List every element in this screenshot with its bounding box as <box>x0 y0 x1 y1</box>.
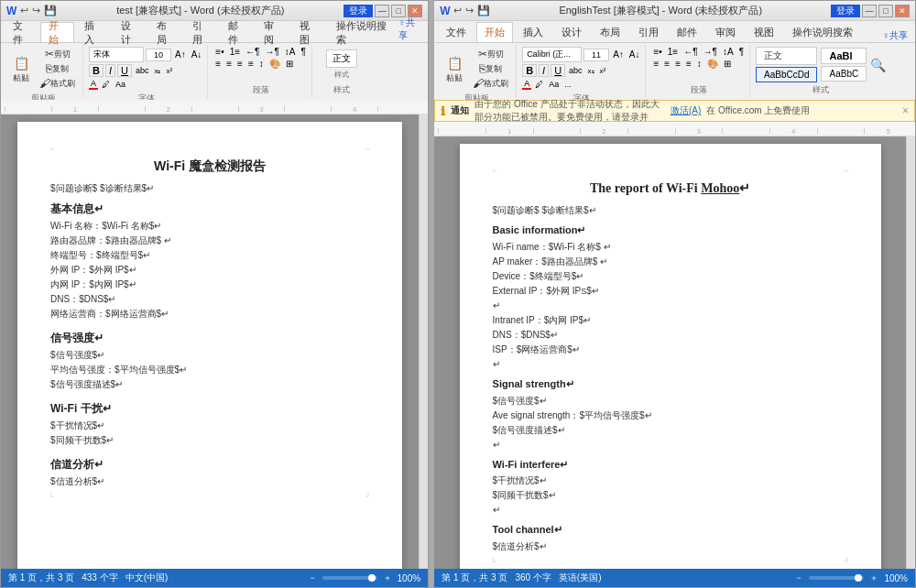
left-zoom-minus[interactable]: － <box>308 572 317 584</box>
left-sort-btn[interactable]: ↕A <box>283 47 298 57</box>
notification-close-btn[interactable]: × <box>902 104 909 117</box>
right-paste-btn[interactable]: 粘贴 <box>442 47 467 91</box>
right-tab-search[interactable]: 操作说明搜索 <box>784 22 861 42</box>
left-zoom-plus[interactable]: ＋ <box>383 572 392 584</box>
left-indent-inc-btn[interactable]: →¶ <box>263 47 280 57</box>
left-numbering-btn[interactable]: 1≡ <box>228 47 242 57</box>
left-justify-btn[interactable]: ≡ <box>246 59 256 69</box>
right-align-left-btn[interactable]: ≡ <box>651 59 660 69</box>
right-doc-page[interactable]: ⌐ ¬ The report of Wi-Fi Mohoo↵ $问题诊断$ $诊… <box>460 144 881 569</box>
right-tab-home[interactable]: 开始 <box>476 22 513 42</box>
left-normal-style[interactable]: 正文 <box>326 49 357 68</box>
left-tab-design[interactable]: 设计 <box>113 22 147 42</box>
right-extra-btn[interactable]: ... <box>562 80 573 89</box>
right-align-right-btn[interactable]: ≡ <box>673 59 682 69</box>
right-border-btn[interactable]: ⊞ <box>722 59 733 69</box>
left-subscript-btn[interactable]: x₂ <box>152 67 162 75</box>
left-cut-btn[interactable]: 剪切 <box>36 48 79 60</box>
left-format-btn[interactable]: 格式刷 <box>36 77 79 90</box>
left-align-left-btn[interactable]: ≡ <box>213 59 223 69</box>
right-tab-mail[interactable]: 邮件 <box>669 22 705 42</box>
left-strikethrough-btn[interactable]: abc <box>134 66 151 75</box>
right-redo-icon[interactable]: ↪ <box>465 5 474 16</box>
right-textcolor-btn[interactable]: A <box>522 79 531 90</box>
right-login-btn[interactable]: 登录 <box>831 5 860 17</box>
left-highlight-btn[interactable]: 🖊 <box>100 80 112 89</box>
right-tab-layout[interactable]: 布局 <box>592 22 628 42</box>
right-style-search-btn[interactable]: 🔍 <box>870 58 886 72</box>
right-tab-ref[interactable]: 引用 <box>630 22 667 42</box>
right-justify-btn[interactable]: ≡ <box>684 59 693 69</box>
right-heading1-style[interactable]: AaBbCcDd <box>756 67 817 82</box>
left-align-right-btn[interactable]: ≡ <box>235 59 245 69</box>
left-bold-btn[interactable]: B <box>89 64 104 77</box>
left-clear-format-btn[interactable]: Aa <box>114 80 127 89</box>
left-tab-review[interactable]: 审阅 <box>256 22 289 42</box>
left-superscript-btn[interactable]: x² <box>164 67 174 75</box>
right-normal-style[interactable]: 正文 <box>756 47 817 65</box>
right-tab-insert[interactable]: 插入 <box>515 22 551 42</box>
left-indent-dec-btn[interactable]: ←¶ <box>244 47 261 57</box>
right-linespace-btn[interactable]: ↕ <box>695 59 703 69</box>
right-subscript-btn[interactable]: x₂ <box>586 67 596 75</box>
undo-nav-icon[interactable]: ↩ <box>20 5 28 16</box>
left-minimize-btn[interactable]: — <box>375 5 389 17</box>
right-superscript-btn[interactable]: x² <box>598 67 608 75</box>
right-title-style[interactable]: AaBl <box>821 48 867 64</box>
right-font-selector[interactable]: Calibri (正... <box>522 47 582 62</box>
right-sort-btn[interactable]: ↕A <box>721 47 736 57</box>
right-undo-icon[interactable]: ↩ <box>453 5 462 16</box>
left-tab-layout[interactable]: 布局 <box>148 22 182 42</box>
left-scrollbar[interactable] <box>419 114 428 569</box>
left-tab-ref[interactable]: 引用 <box>184 22 218 42</box>
left-grow-font-btn[interactable]: A↑ <box>173 49 188 60</box>
left-tab-home[interactable]: 开始 <box>40 22 74 42</box>
right-tab-review[interactable]: 审阅 <box>707 22 744 42</box>
right-tab-design[interactable]: 设计 <box>553 22 590 42</box>
left-shrink-font-btn[interactable]: A↓ <box>190 49 204 60</box>
left-border-btn[interactable]: ⊞ <box>284 59 295 69</box>
right-bold-btn[interactable]: B <box>522 64 537 77</box>
right-numbering-btn[interactable]: 1≡ <box>666 47 680 57</box>
right-shading-btn[interactable]: 🎨 <box>705 59 720 69</box>
left-tab-file[interactable]: 文件 <box>5 22 38 42</box>
right-minimize-btn[interactable]: — <box>862 5 877 17</box>
left-login-btn[interactable]: 登录 <box>344 5 373 17</box>
right-close-btn[interactable]: ✕ <box>895 5 910 17</box>
right-clear-format-btn[interactable]: Aa <box>547 80 561 89</box>
left-italic-btn[interactable]: I <box>105 64 115 77</box>
left-maximize-btn[interactable]: □ <box>391 5 406 17</box>
right-heading2-style[interactable]: AaBbC <box>821 66 867 82</box>
right-grow-font-btn[interactable]: A↑ <box>611 49 626 60</box>
right-bullets-btn[interactable]: ≡• <box>651 47 663 57</box>
right-showmarks-btn[interactable]: ¶ <box>737 47 746 57</box>
left-close-btn[interactable]: ✕ <box>408 5 422 17</box>
left-zoom-slider[interactable] <box>322 576 377 580</box>
left-underline-btn[interactable]: U <box>117 64 132 77</box>
right-save-icon[interactable]: 💾 <box>477 5 490 16</box>
right-tab-file[interactable]: 文件 <box>438 22 474 42</box>
right-cut-btn[interactable]: 剪切 <box>469 48 512 60</box>
right-zoom-slider[interactable] <box>809 576 864 580</box>
left-fontsize-selector[interactable]: 10 <box>146 49 171 61</box>
right-indent-inc-btn[interactable]: →¶ <box>702 47 719 57</box>
redo-nav-icon[interactable]: ↪ <box>32 5 40 16</box>
left-paste-btn[interactable]: 粘贴 <box>8 47 34 91</box>
right-zoom-minus[interactable]: － <box>794 572 803 584</box>
left-linespace-btn[interactable]: ↕ <box>257 59 266 69</box>
left-bullets-btn[interactable]: ≡• <box>213 47 225 57</box>
left-share-btn[interactable]: ♀共享 <box>398 16 420 42</box>
left-doc-page[interactable]: ⌐ ¬ Wi-Fi 魔盒检测报告 $问题诊断$ $诊断结果$↵ 基本信息↵ Wi… <box>17 122 402 569</box>
right-share-btn[interactable]: ♀共享 <box>883 29 909 42</box>
left-font-selector[interactable]: 宋体 <box>89 47 144 62</box>
right-indent-dec-btn[interactable]: ←¶ <box>682 47 699 57</box>
right-fontsize-selector[interactable]: 11 <box>583 49 609 61</box>
right-maximize-btn[interactable]: □ <box>878 5 893 17</box>
left-align-center-btn[interactable]: ≡ <box>224 59 234 69</box>
right-italic-btn[interactable]: I <box>539 64 549 77</box>
right-underline-btn[interactable]: U <box>551 64 565 77</box>
save-nav-icon[interactable]: 💾 <box>44 5 57 16</box>
right-tab-view[interactable]: 视图 <box>746 22 782 42</box>
right-copy-btn[interactable]: 复制 <box>469 62 512 75</box>
left-textcolor-btn[interactable]: A <box>89 79 98 90</box>
